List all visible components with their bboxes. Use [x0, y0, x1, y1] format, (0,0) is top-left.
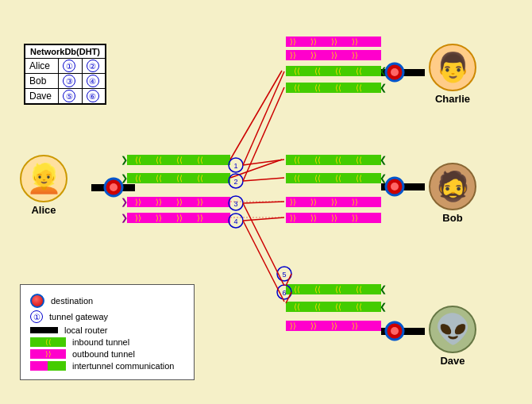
svg-text:4: 4 — [233, 217, 237, 225]
svg-rect-62 — [286, 197, 381, 207]
svg-text:⟩⟩: ⟩⟩ — [156, 214, 162, 222]
svg-point-101 — [277, 285, 291, 299]
svg-text:⟩⟩: ⟩⟩ — [290, 51, 296, 60]
legend-panel: destination ① tunnel gateway local route… — [20, 284, 195, 380]
legend-destination: destination — [30, 294, 184, 308]
svg-text:⟩⟩: ⟩⟩ — [352, 214, 358, 222]
svg-line-105 — [243, 87, 284, 181]
svg-point-11 — [391, 327, 399, 335]
svg-text:⟨⟨: ⟨⟨ — [335, 174, 341, 183]
db-alice-t1: ① — [59, 59, 82, 74]
svg-text:❮: ❮ — [380, 66, 387, 76]
svg-text:⟨⟨: ⟨⟨ — [156, 174, 162, 183]
legend-destination-label: destination — [51, 296, 93, 306]
svg-text:❮: ❮ — [380, 284, 387, 294]
svg-point-1 — [105, 179, 122, 196]
svg-text:⟨⟨: ⟨⟨ — [335, 302, 341, 311]
svg-text:⟨⟨: ⟨⟨ — [176, 156, 183, 164]
svg-line-104 — [243, 160, 284, 165]
svg-text:⟩⟩: ⟩⟩ — [352, 321, 358, 330]
db-title: NetworkDb(DHT) — [25, 45, 106, 59]
db-bob-name: Bob — [25, 74, 59, 89]
svg-point-99 — [277, 267, 291, 281]
svg-text:⟨⟨: ⟨⟨ — [356, 174, 362, 183]
svg-text:⟩⟩: ⟩⟩ — [310, 51, 317, 60]
svg-text:⟨⟨: ⟨⟨ — [314, 83, 321, 92]
svg-point-10 — [386, 322, 403, 340]
svg-text:⟨⟨: ⟨⟨ — [356, 83, 362, 92]
legend-intertunn: intertunnel communication — [30, 361, 184, 371]
svg-text:⟨⟨: ⟨⟨ — [335, 285, 341, 294]
svg-text:⟨⟨: ⟨⟨ — [294, 156, 300, 164]
local-router-icon — [30, 327, 58, 333]
svg-text:⟩⟩: ⟩⟩ — [176, 198, 183, 206]
svg-text:⟩⟩: ⟩⟩ — [290, 37, 296, 46]
svg-rect-27 — [127, 213, 230, 223]
svg-line-110 — [243, 221, 284, 302]
svg-line-106 — [243, 178, 284, 181]
svg-point-4 — [386, 63, 403, 81]
svg-text:⟨⟨: ⟨⟨ — [294, 302, 300, 311]
svg-text:5: 5 — [282, 271, 286, 279]
svg-rect-37 — [286, 83, 381, 93]
svg-point-97 — [229, 214, 243, 228]
svg-text:⟩⟩: ⟩⟩ — [310, 198, 317, 206]
svg-text:⟨⟨: ⟨⟨ — [356, 67, 362, 75]
svg-text:⟩⟩: ⟩⟩ — [352, 51, 358, 60]
svg-text:⟨⟨: ⟨⟨ — [135, 174, 141, 183]
db-bob-t2: ④ — [82, 74, 105, 89]
svg-text:⟩⟩: ⟩⟩ — [197, 214, 203, 222]
svg-text:⟩⟩: ⟩⟩ — [310, 214, 317, 222]
charlie-label: Charlie — [435, 93, 470, 105]
legend-gateway-label: tunnel gateway — [49, 312, 108, 321]
alice-character: 👱 Alice — [20, 155, 67, 216]
svg-point-7 — [386, 178, 403, 195]
svg-rect-3 — [381, 69, 425, 76]
svg-text:⟩⟩: ⟩⟩ — [331, 321, 337, 330]
svg-rect-72 — [286, 284, 381, 294]
svg-line-87 — [230, 71, 282, 160]
svg-text:⟩⟩: ⟩⟩ — [156, 198, 162, 206]
db-bob-t1: ③ — [59, 74, 82, 89]
svg-text:❮: ❮ — [380, 173, 387, 183]
svg-text:❯: ❯ — [121, 197, 128, 207]
svg-text:⟩⟩: ⟩⟩ — [331, 51, 337, 60]
tunnel-gateway-icon: ① — [30, 310, 43, 323]
charlie-character: 👨 Charlie — [429, 44, 476, 105]
svg-line-111 — [286, 274, 291, 286]
db-dave-t1: ⑤ — [59, 89, 82, 104]
svg-text:⟨⟨: ⟨⟨ — [335, 67, 341, 75]
alice-label: Alice — [31, 204, 56, 216]
svg-text:⟨⟨: ⟨⟨ — [335, 83, 341, 92]
svg-text:⟩⟩: ⟩⟩ — [290, 198, 296, 206]
svg-point-2 — [110, 183, 118, 191]
legend-router: local router — [30, 325, 184, 335]
svg-line-103 — [243, 71, 284, 165]
svg-text:⟨⟨: ⟨⟨ — [294, 174, 300, 183]
svg-rect-32 — [286, 66, 381, 76]
svg-text:⟨⟨: ⟨⟨ — [356, 285, 362, 294]
svg-point-5 — [391, 68, 399, 76]
svg-text:⟩⟩: ⟩⟩ — [135, 214, 141, 222]
dave-character: 👽 Dave — [429, 306, 476, 367]
svg-text:⟩⟩: ⟩⟩ — [331, 198, 337, 206]
svg-text:⟩⟩: ⟩⟩ — [310, 321, 317, 330]
svg-rect-42 — [286, 50, 381, 60]
db-dave-t2: ⑥ — [82, 89, 105, 104]
inbound-tunnel-icon: ⟨⟨ — [30, 337, 66, 347]
legend-inbound: ⟨⟨ inbound tunnel — [30, 337, 184, 347]
legend-intertunn-label: intertunnel communication — [72, 361, 174, 371]
legend-router-label: local router — [64, 325, 107, 335]
svg-text:⟨⟨: ⟨⟨ — [356, 302, 362, 311]
svg-text:6: 6 — [282, 289, 286, 297]
svg-text:2: 2 — [233, 178, 237, 186]
svg-text:❮: ❮ — [380, 83, 387, 93]
legend-gateway: ① tunnel gateway — [30, 310, 184, 323]
bob-label: Bob — [442, 212, 462, 224]
svg-text:⟨⟨: ⟨⟨ — [156, 156, 162, 164]
svg-text:⟩⟩: ⟩⟩ — [197, 198, 203, 206]
db-alice-name: Alice — [25, 59, 59, 74]
svg-text:1: 1 — [233, 162, 237, 170]
svg-text:⟩⟩: ⟩⟩ — [352, 37, 358, 46]
intertunn-icon — [30, 361, 66, 371]
